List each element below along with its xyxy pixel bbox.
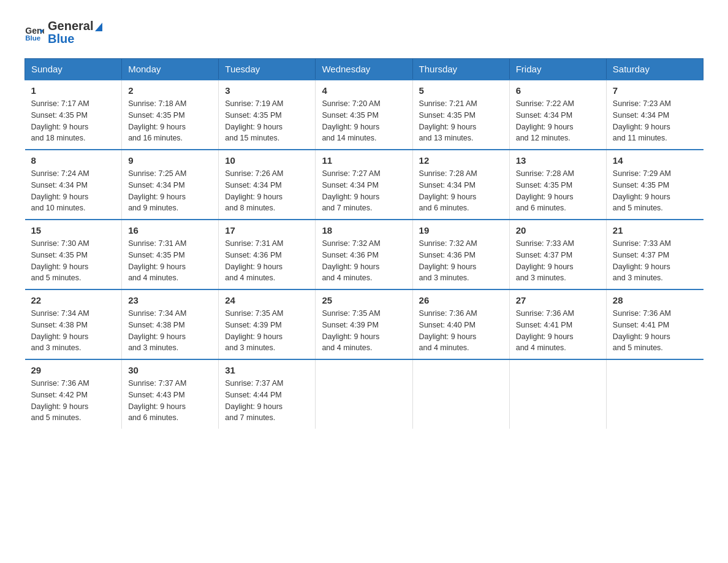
logo: General Blue General Blue — [25, 18, 102, 46]
day-info: Sunrise: 7:28 AMSunset: 4:35 PMDaylight:… — [516, 168, 600, 214]
calendar-week-row: 29 Sunrise: 7:36 AMSunset: 4:42 PMDaylig… — [25, 359, 703, 429]
day-info: Sunrise: 7:26 AMSunset: 4:34 PMDaylight:… — [225, 168, 309, 214]
calendar-cell: 2 Sunrise: 7:18 AMSunset: 4:35 PMDayligh… — [122, 80, 219, 150]
calendar-cell: 29 Sunrise: 7:36 AMSunset: 4:42 PMDaylig… — [25, 359, 122, 429]
calendar-cell — [316, 359, 412, 429]
day-info: Sunrise: 7:17 AMSunset: 4:35 PMDaylight:… — [31, 98, 116, 144]
calendar-cell: 21 Sunrise: 7:33 AMSunset: 4:37 PMDaylig… — [606, 220, 703, 289]
day-info: Sunrise: 7:32 AMSunset: 4:36 PMDaylight:… — [419, 238, 503, 284]
day-info: Sunrise: 7:36 AMSunset: 4:40 PMDaylight:… — [419, 308, 503, 354]
header-saturday: Saturday — [606, 59, 703, 80]
day-info: Sunrise: 7:33 AMSunset: 4:37 PMDaylight:… — [516, 238, 600, 284]
day-number: 28 — [613, 295, 697, 305]
calendar-cell: 15 Sunrise: 7:30 AMSunset: 4:35 PMDaylig… — [25, 220, 122, 289]
day-info: Sunrise: 7:25 AMSunset: 4:34 PMDaylight:… — [128, 168, 212, 214]
day-number: 17 — [225, 225, 309, 236]
calendar-cell: 5 Sunrise: 7:21 AMSunset: 4:35 PMDayligh… — [412, 80, 509, 150]
header-thursday: Thursday — [412, 59, 509, 80]
header-friday: Friday — [509, 59, 606, 80]
calendar-cell: 14 Sunrise: 7:29 AMSunset: 4:35 PMDaylig… — [606, 150, 703, 220]
day-info: Sunrise: 7:36 AMSunset: 4:42 PMDaylight:… — [31, 378, 116, 424]
day-info: Sunrise: 7:30 AMSunset: 4:35 PMDaylight:… — [31, 238, 116, 284]
calendar-cell: 8 Sunrise: 7:24 AMSunset: 4:34 PMDayligh… — [25, 150, 122, 220]
calendar-cell: 17 Sunrise: 7:31 AMSunset: 4:36 PMDaylig… — [219, 220, 316, 289]
calendar-cell: 23 Sunrise: 7:34 AMSunset: 4:38 PMDaylig… — [122, 289, 219, 359]
day-info: Sunrise: 7:37 AMSunset: 4:43 PMDaylight:… — [128, 378, 212, 424]
day-info: Sunrise: 7:29 AMSunset: 4:35 PMDaylight:… — [613, 168, 697, 214]
calendar-cell: 22 Sunrise: 7:34 AMSunset: 4:38 PMDaylig… — [25, 289, 122, 359]
day-info: Sunrise: 7:31 AMSunset: 4:36 PMDaylight:… — [225, 238, 309, 284]
day-info: Sunrise: 7:37 AMSunset: 4:44 PMDaylight:… — [225, 378, 309, 424]
day-number: 8 — [31, 155, 116, 166]
calendar-cell: 12 Sunrise: 7:28 AMSunset: 4:34 PMDaylig… — [412, 150, 509, 220]
day-info: Sunrise: 7:27 AMSunset: 4:34 PMDaylight:… — [322, 168, 406, 214]
calendar-cell: 24 Sunrise: 7:35 AMSunset: 4:39 PMDaylig… — [219, 289, 316, 359]
day-info: Sunrise: 7:34 AMSunset: 4:38 PMDaylight:… — [31, 308, 116, 354]
calendar-cell: 20 Sunrise: 7:33 AMSunset: 4:37 PMDaylig… — [509, 220, 606, 289]
day-info: Sunrise: 7:20 AMSunset: 4:35 PMDaylight:… — [322, 98, 406, 144]
calendar-cell: 3 Sunrise: 7:19 AMSunset: 4:35 PMDayligh… — [219, 80, 316, 150]
day-number: 14 — [613, 155, 697, 166]
day-number: 29 — [31, 365, 116, 375]
day-number: 18 — [322, 225, 406, 236]
day-number: 26 — [419, 295, 503, 305]
calendar-table: SundayMondayTuesdayWednesdayThursdayFrid… — [25, 58, 703, 429]
day-number: 2 — [128, 85, 212, 96]
day-number: 20 — [516, 225, 600, 236]
calendar-cell: 13 Sunrise: 7:28 AMSunset: 4:35 PMDaylig… — [509, 150, 606, 220]
calendar-cell: 4 Sunrise: 7:20 AMSunset: 4:35 PMDayligh… — [316, 80, 412, 150]
day-info: Sunrise: 7:35 AMSunset: 4:39 PMDaylight:… — [225, 308, 309, 354]
calendar-cell — [606, 359, 703, 429]
day-info: Sunrise: 7:18 AMSunset: 4:35 PMDaylight:… — [128, 98, 212, 144]
calendar-cell — [509, 359, 606, 429]
day-number: 23 — [128, 295, 212, 305]
calendar-cell — [412, 359, 509, 429]
calendar-cell: 25 Sunrise: 7:35 AMSunset: 4:39 PMDaylig… — [316, 289, 412, 359]
day-number: 24 — [225, 295, 309, 305]
day-number: 10 — [225, 155, 309, 166]
day-number: 3 — [225, 85, 309, 96]
calendar-cell: 26 Sunrise: 7:36 AMSunset: 4:40 PMDaylig… — [412, 289, 509, 359]
calendar-cell: 28 Sunrise: 7:36 AMSunset: 4:41 PMDaylig… — [606, 289, 703, 359]
header-sunday: Sunday — [25, 59, 122, 80]
calendar-cell: 18 Sunrise: 7:32 AMSunset: 4:36 PMDaylig… — [316, 220, 412, 289]
day-info: Sunrise: 7:23 AMSunset: 4:34 PMDaylight:… — [613, 98, 697, 144]
day-number: 9 — [128, 155, 212, 166]
calendar-cell: 9 Sunrise: 7:25 AMSunset: 4:34 PMDayligh… — [122, 150, 219, 220]
day-info: Sunrise: 7:31 AMSunset: 4:35 PMDaylight:… — [128, 238, 212, 284]
day-info: Sunrise: 7:36 AMSunset: 4:41 PMDaylight:… — [613, 308, 697, 354]
day-number: 21 — [613, 225, 697, 236]
calendar-cell: 6 Sunrise: 7:22 AMSunset: 4:34 PMDayligh… — [509, 80, 606, 150]
calendar-week-row: 1 Sunrise: 7:17 AMSunset: 4:35 PMDayligh… — [25, 80, 703, 150]
calendar-cell: 19 Sunrise: 7:32 AMSunset: 4:36 PMDaylig… — [412, 220, 509, 289]
day-number: 5 — [419, 85, 503, 96]
day-number: 15 — [31, 225, 116, 236]
calendar-cell: 7 Sunrise: 7:23 AMSunset: 4:34 PMDayligh… — [606, 80, 703, 150]
logo-general: General — [48, 18, 102, 33]
logo-icon: General Blue — [25, 23, 44, 42]
header-wednesday: Wednesday — [316, 59, 412, 80]
day-number: 6 — [516, 85, 600, 96]
day-number: 25 — [322, 295, 406, 305]
day-info: Sunrise: 7:34 AMSunset: 4:38 PMDaylight:… — [128, 308, 212, 354]
calendar-cell: 1 Sunrise: 7:17 AMSunset: 4:35 PMDayligh… — [25, 80, 122, 150]
day-number: 7 — [613, 85, 697, 96]
day-info: Sunrise: 7:24 AMSunset: 4:34 PMDaylight:… — [31, 168, 116, 214]
day-info: Sunrise: 7:32 AMSunset: 4:36 PMDaylight:… — [322, 238, 406, 284]
day-info: Sunrise: 7:21 AMSunset: 4:35 PMDaylight:… — [419, 98, 503, 144]
calendar-header-row: SundayMondayTuesdayWednesdayThursdayFrid… — [25, 59, 703, 80]
calendar-cell: 27 Sunrise: 7:36 AMSunset: 4:41 PMDaylig… — [509, 289, 606, 359]
calendar-week-row: 8 Sunrise: 7:24 AMSunset: 4:34 PMDayligh… — [25, 150, 703, 220]
day-number: 1 — [31, 85, 116, 96]
calendar-cell: 31 Sunrise: 7:37 AMSunset: 4:44 PMDaylig… — [219, 359, 316, 429]
calendar-cell: 16 Sunrise: 7:31 AMSunset: 4:35 PMDaylig… — [122, 220, 219, 289]
header-monday: Monday — [122, 59, 219, 80]
logo-blue: Blue — [48, 32, 102, 46]
calendar-week-row: 22 Sunrise: 7:34 AMSunset: 4:38 PMDaylig… — [25, 289, 703, 359]
day-info: Sunrise: 7:36 AMSunset: 4:41 PMDaylight:… — [516, 308, 600, 354]
day-info: Sunrise: 7:35 AMSunset: 4:39 PMDaylight:… — [322, 308, 406, 354]
day-number: 19 — [419, 225, 503, 236]
day-info: Sunrise: 7:28 AMSunset: 4:34 PMDaylight:… — [419, 168, 503, 214]
day-number: 27 — [516, 295, 600, 305]
day-number: 22 — [31, 295, 116, 305]
